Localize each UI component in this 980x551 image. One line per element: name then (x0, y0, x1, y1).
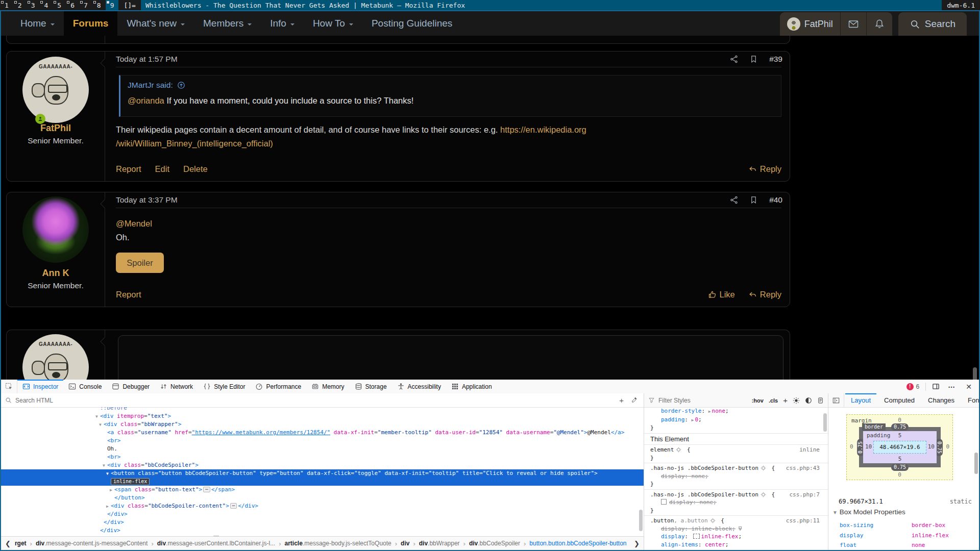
highlight-selector-icon[interactable] (710, 518, 716, 523)
expand-arrow-icon[interactable]: ▶ (106, 503, 111, 511)
expand-arrow-icon[interactable]: ▶ (110, 486, 114, 494)
nav-item-what-s-new[interactable]: What's new (117, 11, 194, 36)
breadcrumb-item[interactable]: rget (15, 540, 27, 547)
reply-link[interactable]: Reply (748, 164, 781, 174)
tree-node[interactable]: ▼<div class="bbWrapper"> (1, 420, 644, 429)
padding-bottom-value[interactable]: 5 (898, 456, 902, 462)
post-author[interactable]: Ann K (7, 268, 105, 279)
sidebar-tab-changes[interactable]: Changes (921, 393, 961, 407)
css-declaration[interactable]: display: inline-flex; (644, 533, 828, 541)
report-link[interactable]: Report (116, 164, 141, 174)
devtools-tab-console[interactable]: Console (63, 380, 107, 393)
report-link[interactable]: Report (116, 290, 141, 299)
dwm-tag-4[interactable]: 4 (39, 0, 53, 10)
flex-highlight-icon[interactable] (693, 534, 700, 539)
devtools-tab-debugger[interactable]: Debugger (107, 380, 155, 393)
more-options-icon[interactable]: ⋯ (946, 383, 958, 391)
border-top-value[interactable]: 0.75 (891, 423, 909, 431)
highlight-selector-icon[interactable] (676, 447, 681, 453)
stylesheet-link[interactable]: css.php:7 (789, 491, 820, 499)
devtools-tab-performance[interactable]: Performance (250, 380, 306, 393)
margin-left-value[interactable]: 0 (850, 443, 853, 450)
nav-item-home[interactable]: Home (11, 11, 64, 36)
inbox-button[interactable] (841, 12, 867, 36)
css-declaration[interactable]: justify-content: center; (644, 548, 828, 550)
post-timestamp[interactable]: Today at 1:57 PM (113, 55, 178, 64)
mention-link[interactable]: @Mendel (116, 219, 152, 228)
rule-selector[interactable]: .button, a.button {css.php:11 (644, 517, 828, 525)
breadcrumb-item[interactable]: div.message-userContent.lbContainer.js-l… (157, 540, 275, 547)
print-media-icon[interactable] (817, 397, 824, 404)
tree-node[interactable]: </div> (1, 527, 644, 535)
padding-right-value[interactable]: 10 (928, 443, 935, 450)
reply-link[interactable]: Reply (748, 290, 781, 299)
split-console-icon[interactable] (932, 383, 940, 390)
flex-badge[interactable]: inline-flex (111, 478, 150, 485)
dwm-tag-2[interactable]: 2 (13, 0, 27, 10)
css-declaration[interactable]: align-items: center; (644, 541, 828, 549)
tree-node[interactable]: </button> (1, 494, 644, 502)
devtools-tab-network[interactable]: Network (155, 380, 198, 393)
padding-top-value[interactable]: 5 (898, 432, 902, 439)
rule-selector[interactable]: .has-no-js .bbCodeSpoiler-button {css.ph… (644, 491, 828, 499)
like-link[interactable]: Like (708, 290, 735, 299)
expand-arrow-icon[interactable]: ▼ (103, 462, 107, 470)
tree-node[interactable]: ::before (1, 407, 644, 412)
dwm-tag-7[interactable]: 7 (79, 0, 92, 10)
box-model-properties-header[interactable]: ▼ Box Model Properties (832, 508, 905, 516)
dark-theme-icon[interactable] (805, 397, 812, 404)
margin-bottom-value[interactable]: 0 (898, 471, 901, 478)
expand-quote-icon[interactable] (177, 81, 185, 89)
expand-arrow-icon[interactable]: ▼ (106, 470, 111, 478)
breadcrumb-item[interactable]: div.bbCodeSpoiler (469, 540, 520, 547)
devtools-tab-accessibility[interactable]: Accessibility (392, 380, 446, 393)
devtools-tab-application[interactable]: Application (446, 380, 497, 393)
devtools-tab-style-editor[interactable]: Style Editor (198, 380, 250, 393)
highlight-selector-icon[interactable] (761, 492, 766, 497)
devtools-tab-memory[interactable]: Memory (306, 380, 349, 393)
nav-item-forums[interactable]: Forums (64, 11, 118, 36)
add-node-icon[interactable]: + (619, 396, 624, 405)
wikipedia-link[interactable]: https://en.wikipedia.org (500, 125, 586, 134)
tree-node[interactable]: <br> (1, 453, 644, 461)
boxmodel-margin[interactable]: margin 0 0 0 0 border 0.75 0.75 0.75 0.7… (846, 414, 953, 480)
markup-scrollbar[interactable] (639, 510, 643, 531)
declaration-checkbox[interactable] (661, 499, 667, 505)
bookmark-icon[interactable] (750, 196, 757, 204)
breadcrumb-item[interactable]: div.message-content.js-messageContent (36, 540, 148, 547)
css-declaration[interactable]: display: inline-block;∇ (644, 525, 828, 533)
alerts-button[interactable] (867, 12, 892, 36)
nav-item-info[interactable]: Info (261, 11, 304, 36)
nav-item-members[interactable]: Members (194, 11, 261, 36)
page-scrollbar[interactable] (973, 367, 977, 380)
close-devtools-icon[interactable]: ✕ (964, 383, 974, 391)
delete-link[interactable]: Delete (183, 164, 208, 174)
class-toggle[interactable]: .cls (769, 397, 778, 404)
quote-attribution[interactable]: JMartJr said: (128, 81, 774, 90)
bookmark-icon[interactable] (750, 55, 757, 63)
tree-node[interactable]: <br> (1, 437, 644, 445)
tree-node[interactable]: ▼<div itemprop="text"> (1, 412, 644, 420)
account-button[interactable]: FatPhil (780, 12, 841, 36)
nav-item-posting-guidelines[interactable]: Posting Guidelines (362, 11, 461, 36)
pick-element-icon[interactable] (1, 380, 17, 393)
dwm-tag-1[interactable]: 1 (0, 0, 13, 10)
boxmodel-border[interactable]: border 0.75 0.75 0.75 0.75 padding 5 10 … (859, 427, 941, 467)
breadcrumb-scroll-right-icon[interactable]: ❯ (630, 540, 644, 547)
post-number[interactable]: #39 (769, 55, 782, 64)
breadcrumb-item[interactable]: div.bbWrapper (419, 540, 460, 547)
edit-link[interactable]: Edit (155, 164, 169, 174)
add-rule-icon[interactable]: + (783, 396, 788, 405)
margin-top-value[interactable]: 0 (898, 417, 901, 423)
filter-styles-bar[interactable]: Filter Styles :hov .cls + (644, 393, 828, 408)
breadcrumb-scroll-left-icon[interactable]: ❮ (1, 540, 15, 547)
collapsed-content-icon[interactable]: ⋯ (203, 487, 210, 492)
box-model-property[interactable]: floatnone (840, 540, 974, 550)
layout-scrollbar[interactable] (974, 453, 978, 474)
rules-scrollbar[interactable] (823, 413, 827, 432)
stylesheet-link[interactable]: css.php:11 (786, 517, 820, 525)
tree-node[interactable]: ▶<span class="button-text">⋯</span> (1, 486, 644, 494)
dwm-tag-3[interactable]: 3 (27, 0, 40, 10)
tree-node[interactable]: <a class="username" href="https://www.me… (1, 429, 644, 437)
dwm-tag-9[interactable]: 9 (106, 0, 119, 10)
